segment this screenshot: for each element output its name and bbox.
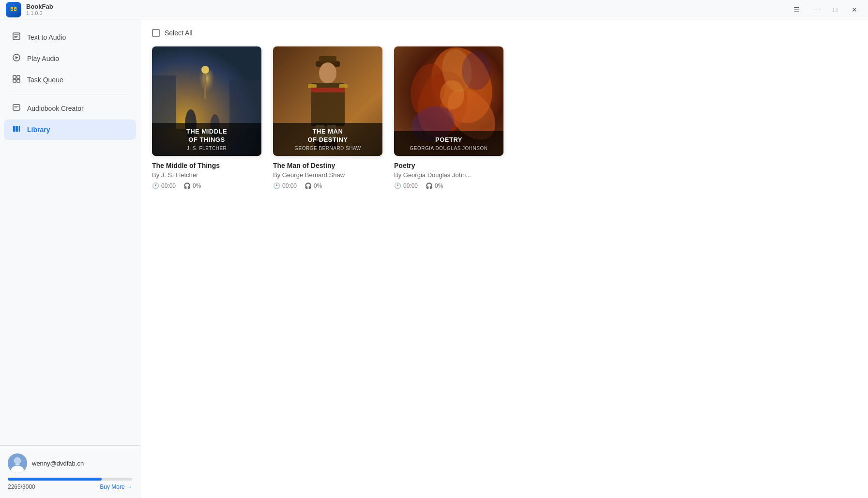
avatar: [8, 453, 27, 473]
svg-rect-18: [13, 126, 15, 132]
svg-rect-20: [19, 126, 20, 132]
book-grid: THE MIDDLEOF THINGS J. S. FLETCHER The M…: [152, 46, 856, 189]
svg-rect-13: [13, 79, 16, 82]
book-meta-1: 🕐 00:00 🎧 0%: [152, 182, 261, 189]
sidebar: Text to Audio Play Audio: [0, 19, 140, 498]
svg-rect-12: [17, 75, 20, 78]
book-meta-3: 🕐 00:00 🎧 0%: [394, 182, 503, 189]
book-duration-3: 🕐 00:00: [394, 182, 418, 189]
headphone-icon-1: 🎧: [183, 182, 191, 189]
clock-icon-2: 🕐: [273, 182, 280, 189]
book-duration-value-2: 00:00: [282, 182, 297, 189]
book-title-1: The Middle of Things: [152, 162, 261, 169]
book-progress-2: 🎧 0%: [305, 182, 322, 189]
book-cover-overlay-3: POETRY GEORGIA DOUGLAS JOHNSON: [394, 131, 503, 156]
usage-bar-fill: [8, 478, 102, 481]
clock-icon-1: 🕐: [152, 182, 159, 189]
book-card-middle-of-things[interactable]: THE MIDDLEOF THINGS J. S. FLETCHER The M…: [152, 46, 261, 189]
library-icon: [12, 124, 21, 135]
svg-point-28: [201, 66, 209, 74]
book-progress-1: 🎧 0%: [183, 182, 201, 189]
minimize-button[interactable]: ─: [808, 4, 823, 15]
sidebar-label-play-audio: Play Audio: [27, 55, 59, 62]
book-cover-man-of-destiny: THE MANOF DESTINY GEORGE BERNARD SHAW: [273, 46, 382, 156]
book-cover-overlay-1: THE MIDDLEOF THINGS J. S. FLETCHER: [152, 123, 261, 156]
text-to-audio-icon: [12, 32, 21, 43]
svg-rect-11: [13, 75, 16, 78]
sidebar-label-text-to-audio: Text to Audio: [27, 33, 66, 41]
book-author-3: By Georgia Douglas John...: [394, 171, 503, 179]
svg-rect-14: [17, 79, 20, 82]
usage-count: 2265/3000: [8, 483, 35, 490]
svg-point-4: [15, 8, 16, 10]
book-title-3: Poetry: [394, 162, 503, 169]
maximize-button[interactable]: □: [827, 4, 843, 15]
app-icon: [6, 2, 21, 17]
sidebar-item-audiobook-creator[interactable]: Audiobook Creator: [4, 98, 136, 119]
user-email: wenny@dvdfab.cn: [32, 460, 84, 467]
sidebar-footer: wenny@dvdfab.cn 2265/3000 Buy More →: [0, 445, 140, 498]
svg-point-24: [14, 457, 21, 464]
sidebar-item-play-audio[interactable]: Play Audio: [4, 48, 136, 69]
sidebar-nav: Text to Audio Play Audio: [0, 19, 140, 445]
book-card-man-of-destiny[interactable]: THE MANOF DESTINY GEORGE BERNARD SHAW Th…: [273, 46, 382, 189]
book-title-2: The Man of Destiny: [273, 162, 382, 169]
svg-rect-19: [16, 126, 18, 132]
svg-rect-15: [13, 105, 20, 110]
title-bar: BookFab 1.1.0.0 ☰ ─ □ ✕: [0, 0, 868, 19]
sidebar-divider: [12, 94, 128, 94]
close-icon: ✕: [852, 6, 857, 14]
book-duration-2: 🕐 00:00: [273, 182, 297, 189]
svg-point-26: [197, 68, 216, 102]
app-body: Text to Audio Play Audio: [0, 19, 868, 498]
sidebar-item-task-queue[interactable]: Task Queue: [4, 70, 136, 90]
svg-rect-27: [204, 71, 206, 100]
svg-rect-34: [229, 80, 261, 129]
book-progress-value-2: 0%: [314, 182, 322, 189]
clock-icon-3: 🕐: [394, 182, 401, 189]
headphone-icon-2: 🎧: [305, 182, 312, 189]
maximize-icon: □: [833, 6, 837, 14]
user-info: wenny@dvdfab.cn: [8, 453, 132, 473]
book-meta-2: 🕐 00:00 🎧 0%: [273, 182, 382, 189]
book-author-1: By J. S. Fletcher: [152, 171, 261, 179]
play-audio-icon: [12, 53, 21, 64]
app-version: 1.1.0.0: [26, 10, 53, 16]
book-progress-3: 🎧 0%: [426, 182, 443, 189]
book-author-2: By George Bernard Shaw: [273, 171, 382, 179]
sidebar-item-library[interactable]: Library: [4, 120, 136, 140]
buy-more-link[interactable]: Buy More →: [100, 483, 132, 490]
menu-button[interactable]: ☰: [789, 4, 804, 15]
sidebar-label-task-queue: Task Queue: [27, 76, 63, 84]
menu-icon: ☰: [793, 6, 800, 14]
sidebar-label-library: Library: [27, 126, 50, 134]
cover-author-3: GEORGIA DOUGLAS JOHNSON: [400, 146, 498, 151]
usage-bar-container: [8, 478, 132, 481]
minimize-icon: ─: [813, 6, 818, 14]
svg-point-55: [462, 51, 491, 90]
cover-title-3: POETRY: [400, 136, 498, 144]
book-duration-1: 🕐 00:00: [152, 182, 176, 189]
book-duration-value-3: 00:00: [403, 182, 418, 189]
close-button[interactable]: ✕: [847, 4, 862, 15]
sidebar-item-text-to-audio[interactable]: Text to Audio: [4, 27, 136, 47]
select-all-checkbox[interactable]: [152, 29, 160, 37]
app-name: BookFab: [26, 3, 53, 10]
app-name-version: BookFab 1.1.0.0: [26, 3, 53, 16]
cover-title-2: THE MANOF DESTINY: [279, 128, 377, 144]
cover-author-1: J. S. FLETCHER: [158, 146, 256, 151]
svg-rect-33: [152, 75, 176, 129]
usage-info: 2265/3000 Buy More →: [8, 483, 132, 490]
cover-author-2: GEORGE BERNARD SHAW: [279, 146, 377, 151]
book-progress-value-3: 0%: [435, 182, 443, 189]
task-queue-icon: [12, 75, 21, 85]
book-progress-value-1: 0%: [193, 182, 201, 189]
select-all-label[interactable]: Select All: [165, 29, 193, 37]
window-controls: ☰ ─ □ ✕: [789, 4, 862, 15]
app-branding: BookFab 1.1.0.0: [6, 2, 53, 17]
select-all-row: Select All: [152, 29, 856, 37]
book-cover-middle-of-things: THE MIDDLEOF THINGS J. S. FLETCHER: [152, 46, 261, 156]
headphone-icon-3: 🎧: [426, 182, 433, 189]
book-card-poetry[interactable]: POETRY GEORGIA DOUGLAS JOHNSON Poetry By…: [394, 46, 503, 189]
audiobook-creator-icon: [12, 103, 21, 114]
